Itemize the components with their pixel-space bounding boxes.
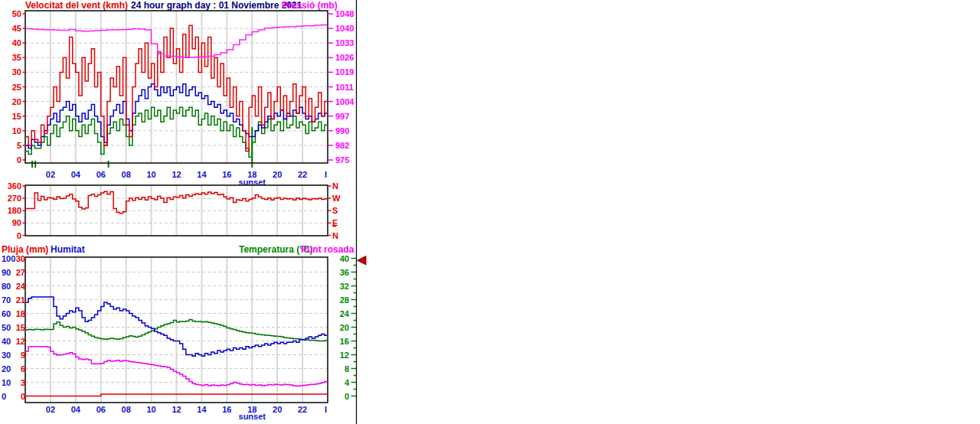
compass-label: N	[332, 231, 338, 240]
sun-markers	[32, 127, 252, 168]
temp-tick-label: 32	[340, 282, 349, 291]
hour-label: 12	[172, 405, 181, 414]
hour-label: 16	[222, 405, 231, 414]
compass-label: N	[332, 181, 338, 191]
hour-label: 02	[46, 405, 55, 414]
axis-tick-label: 15	[12, 112, 21, 121]
hour-label: 08	[122, 170, 131, 179]
temp-tick-label: 12	[340, 351, 349, 360]
axis-tick-label: 50	[12, 9, 21, 18]
rain-tick-label: 21	[16, 295, 25, 305]
current-value-triangle-marker	[358, 256, 367, 266]
hour-label: 22	[298, 405, 307, 414]
rain-tick-label: 18	[16, 309, 25, 318]
axis-tick-label: 997	[335, 112, 349, 121]
axis-tick-label: 25	[12, 83, 21, 92]
hour-label: 06	[96, 170, 106, 179]
compass-label: S	[332, 206, 338, 215]
temperature-right-axis: 0481216202428323640	[340, 254, 356, 401]
hour-label: 08	[122, 405, 131, 414]
axis-tick-label: 1048	[335, 9, 354, 18]
rain-tick-label: 9	[21, 351, 25, 360]
end-tick-label: I	[325, 170, 327, 179]
temp-tick-label: 0	[345, 392, 349, 401]
grid-lines	[25, 185, 328, 236]
rain-tick-label: 12	[16, 337, 25, 346]
hour-label: 10	[146, 405, 155, 414]
humidity-tick-label: 40	[2, 337, 11, 346]
rain-tick-label: 3	[21, 378, 25, 387]
hour-label: 12	[172, 170, 181, 179]
temp-tick-label: 24	[340, 309, 350, 318]
wind-left-axis: 50454035302520151050	[12, 9, 26, 165]
hour-label: 20	[273, 170, 282, 179]
hour-label: 22	[298, 170, 307, 179]
axis-tick-label: 990	[335, 126, 349, 135]
axis-tick-label: 0	[17, 231, 21, 240]
charts-canvas: 5045403530252015105010481040103310261019…	[0, 0, 980, 424]
temp-tick-label: 8	[345, 364, 349, 373]
axis-tick-label: 30	[12, 67, 21, 77]
hour-label: 02	[46, 170, 55, 179]
axis-tick-label: 1004	[335, 97, 354, 106]
axis-tick-label: 40	[12, 38, 21, 47]
humidity-tick-label: 80	[2, 282, 11, 291]
axis-tick-label: 35	[12, 53, 21, 62]
axis-tick-label: 1026	[335, 53, 354, 62]
rain-tick-label: 6	[21, 364, 25, 373]
weather-graph-page: Velocitat del vent (kmh) 24 hour graph d…	[0, 0, 980, 424]
rain-tick-label: 27	[16, 268, 25, 277]
hour-label: 10	[146, 170, 155, 179]
temp-tick-label: 4	[345, 378, 350, 387]
temp-tick-label: 36	[340, 268, 349, 277]
hour-label: 06	[96, 405, 106, 414]
temp-tick-label: 40	[340, 254, 349, 263]
rain-tick-label: 30	[16, 254, 25, 263]
humidity-tick-label: 60	[2, 309, 11, 318]
hour-label: 14	[197, 405, 207, 414]
axis-tick-label: 20	[12, 97, 21, 106]
bottom-left-axes: 1009080706050403020100302724211815129630	[2, 254, 26, 401]
pressure-right-axis: 1048104010331026101910111004997990982975	[328, 9, 355, 165]
temp-tick-label: 16	[340, 337, 349, 346]
grid-lines	[25, 257, 328, 403]
humidity-tick-label: 50	[2, 323, 11, 332]
axis-tick-label: 0	[17, 155, 21, 165]
compass-right-axis: NWSEN	[328, 181, 341, 240]
humidity-tick-label: 20	[2, 364, 11, 373]
rain-tick-label: 0	[21, 392, 25, 401]
humidity-tick-label: 100	[2, 254, 15, 263]
axis-tick-label: 982	[335, 141, 349, 150]
axis-tick-label: 1033	[335, 38, 354, 47]
axis-tick-label: 360	[8, 181, 21, 191]
humidity-tick-label: 10	[2, 378, 11, 387]
axis-tick-label: 1040	[335, 24, 354, 33]
compass-label: W	[332, 194, 341, 203]
x-axis-labels: 0204060810121416182022sunsetI	[46, 170, 327, 187]
hour-label: 14	[197, 170, 207, 179]
axis-tick-label: 270	[8, 194, 21, 203]
end-tick-label: I	[325, 405, 327, 414]
rain-tick-label: 24	[16, 282, 26, 291]
axis-tick-label: 975	[335, 155, 349, 165]
hour-label: 16	[222, 170, 231, 179]
axis-tick-label: 45	[12, 24, 21, 33]
humidity-tick-label: 70	[2, 295, 11, 305]
humidity-tick-label: 30	[2, 351, 11, 360]
direction-left-axis: 360270180900	[8, 181, 26, 240]
axis-tick-label: 90	[12, 218, 21, 227]
axis-tick-label: 180	[8, 206, 21, 215]
sunset-label: sunset	[239, 412, 266, 421]
hour-label: 20	[273, 405, 282, 414]
axis-tick-label: 10	[12, 126, 21, 135]
rain-tick-label: 15	[16, 323, 25, 332]
x-axis-labels: 0204060810121416182022sunsetI	[46, 405, 327, 421]
temp-tick-label: 20	[340, 323, 349, 332]
axis-tick-label: 1011	[335, 83, 354, 92]
temp-tick-label: 28	[340, 295, 349, 305]
humidity-tick-label: 0	[2, 392, 6, 401]
axis-tick-label: 5	[17, 141, 21, 150]
hour-label: 04	[71, 170, 81, 179]
humidity-tick-label: 90	[2, 268, 11, 277]
hour-label: 04	[71, 405, 81, 414]
